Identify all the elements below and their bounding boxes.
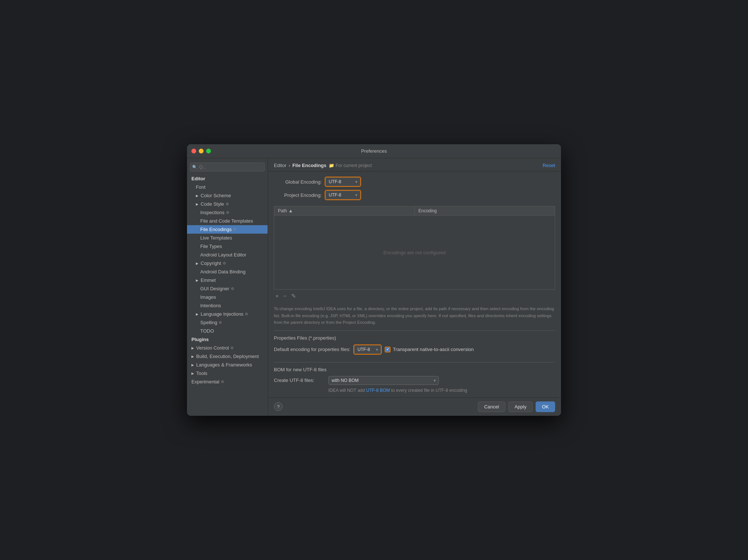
breadcrumb: Editor › File Encodings 📁 For current pr…: [274, 163, 372, 168]
default-encoding-label: Default encoding for properties files:: [274, 347, 350, 352]
search-box[interactable]: 🔍: [190, 163, 265, 171]
expand-icon: ▶: [196, 262, 198, 265]
sidebar: 🔍 Editor Font ▶ Color Scheme ▶ Code Styl…: [187, 158, 268, 415]
properties-section-title: Properties Files (*.properties): [274, 335, 555, 341]
sidebar-item-code-style[interactable]: ▶ Code Style ⚙: [187, 200, 268, 208]
sort-asc-icon: ▲: [289, 208, 293, 213]
help-text: To change encoding IntelliJ IDEA uses fo…: [268, 302, 561, 330]
expand-icon: ▶: [191, 346, 194, 350]
search-input[interactable]: [190, 163, 265, 171]
file-code-templates-label: File and Code Templates: [200, 218, 253, 224]
create-utf8-row: Create UTF-8 files: with NO BOM with BOM…: [274, 376, 555, 385]
expand-icon: ▶: [191, 355, 194, 358]
android-layout-label: Android Layout Editor: [200, 252, 246, 258]
languages-label: Languages & Frameworks: [196, 362, 252, 368]
file-encodings-label: File Encodings: [200, 227, 232, 232]
transparent-label: Transparent native-to-ascii conversion: [393, 347, 474, 352]
sidebar-item-tools[interactable]: ▶ Tools: [187, 369, 268, 378]
live-templates-label: Live Templates: [200, 235, 232, 241]
font-label: Font: [196, 184, 205, 190]
add-button[interactable]: +: [274, 292, 280, 300]
sidebar-item-images[interactable]: Images: [187, 293, 268, 301]
sidebar-item-intentions[interactable]: Intentions: [187, 301, 268, 310]
sidebar-item-languages[interactable]: ▶ Languages & Frameworks: [187, 361, 268, 369]
main-panel: Editor › File Encodings 📁 For current pr…: [268, 158, 561, 415]
expand-icon: ▶: [196, 194, 198, 198]
file-types-label: File Types: [200, 244, 222, 249]
sidebar-item-copyright[interactable]: ▶ Copyright ⚙: [187, 259, 268, 267]
footer: ? Cancel Apply OK: [268, 397, 561, 416]
sidebar-item-file-encodings[interactable]: File Encodings ⚙: [187, 225, 268, 234]
minimize-button[interactable]: [199, 149, 204, 153]
todo-label: TODO: [200, 328, 214, 334]
traffic-lights: [191, 149, 211, 153]
sidebar-item-emmet[interactable]: ▶ Emmet: [187, 276, 268, 284]
breadcrumb-parent: Editor: [274, 163, 286, 168]
version-control-label: Version Control: [196, 345, 229, 351]
window-title: Preferences: [361, 148, 387, 154]
gui-designer-label: GUI Designer: [200, 286, 229, 291]
ok-button[interactable]: OK: [536, 401, 555, 412]
preferences-window: Preferences 🔍 Editor Font ▶ Color Scheme…: [187, 144, 561, 415]
bom-section-title: BOM for new UTF-8 files: [274, 367, 555, 372]
transparent-checkbox-wrap[interactable]: ✓ Transparent native-to-ascii conversion: [385, 347, 474, 352]
project-encoding-select[interactable]: UTF-8 UTF-16 ISO-8859-1: [325, 191, 360, 199]
help-button[interactable]: ?: [274, 402, 283, 411]
copyright-label: Copyright: [201, 260, 221, 266]
tools-label: Tools: [196, 371, 207, 376]
sidebar-item-plugins[interactable]: Plugins: [187, 335, 268, 344]
sidebar-item-spelling[interactable]: Spelling ⚙: [187, 318, 268, 327]
encodings-table: Path ▲ Encoding Encodings are not config…: [274, 206, 555, 290]
sidebar-item-android-data-binding[interactable]: Android Data Binding: [187, 267, 268, 276]
settings-icon: ⚙: [230, 346, 234, 350]
check-icon: ✓: [386, 347, 389, 351]
cancel-button[interactable]: Cancel: [478, 401, 505, 412]
sidebar-item-android-layout[interactable]: Android Layout Editor: [187, 251, 268, 259]
sidebar-item-editor[interactable]: Editor: [187, 174, 268, 183]
folder-icon: 📁: [329, 163, 334, 168]
spelling-label: Spelling: [200, 320, 217, 325]
bom-section: BOM for new UTF-8 files Create UTF-8 fil…: [268, 367, 561, 397]
global-encoding-label: Global Encoding:: [274, 179, 322, 185]
create-utf8-select[interactable]: with NO BOM with BOM: [328, 376, 439, 385]
expand-icon: ▶: [196, 312, 198, 316]
sidebar-item-file-types[interactable]: File Types: [187, 242, 268, 251]
bom-note-suffix: to every created file in UTF-8 encoding: [390, 388, 467, 393]
sidebar-item-color-scheme[interactable]: ▶ Color Scheme: [187, 191, 268, 200]
edit-button[interactable]: ✎: [290, 292, 297, 300]
props-encoding-select[interactable]: UTF-8 UTF-16: [354, 345, 381, 354]
sidebar-item-version-control[interactable]: ▶ Version Control ⚙: [187, 344, 268, 352]
global-encoding-row: Global Encoding: UTF-8 UTF-16 ISO-8859-1…: [274, 177, 555, 187]
settings-icon: ⚙: [231, 287, 234, 291]
apply-button[interactable]: Apply: [508, 401, 533, 412]
sidebar-item-todo[interactable]: TODO: [187, 327, 268, 335]
table-empty-message: Encodings are not configured: [274, 216, 555, 289]
table-toolbar: + − ✎: [268, 290, 561, 302]
titlebar: Preferences: [187, 144, 561, 158]
sidebar-item-font[interactable]: Font: [187, 183, 268, 191]
utf8-bom-link[interactable]: UTF-8 BOM: [366, 388, 390, 393]
search-icon: 🔍: [192, 165, 197, 170]
build-exec-label: Build, Execution, Deployment: [196, 354, 259, 359]
sidebar-item-live-templates[interactable]: Live Templates: [187, 234, 268, 242]
inspections-label: Inspections: [200, 210, 225, 215]
table-header: Path ▲ Encoding: [274, 206, 555, 216]
expand-icon: ▶: [196, 202, 198, 206]
path-column-header[interactable]: Path ▲: [274, 206, 415, 215]
global-encoding-select[interactable]: UTF-8 UTF-16 ISO-8859-1: [325, 177, 360, 186]
sidebar-item-experimental[interactable]: Experimental ⚙: [187, 378, 268, 386]
editor-label: Editor: [191, 176, 205, 181]
sidebar-item-inspections[interactable]: Inspections ⚙: [187, 208, 268, 217]
sidebar-item-file-code-templates[interactable]: File and Code Templates: [187, 217, 268, 225]
encoding-column-header[interactable]: Encoding: [415, 206, 555, 215]
sidebar-item-build-exec[interactable]: ▶ Build, Execution, Deployment: [187, 352, 268, 361]
transparent-checkbox[interactable]: ✓: [385, 347, 391, 352]
sidebar-item-gui-designer[interactable]: GUI Designer ⚙: [187, 284, 268, 293]
reset-button[interactable]: Reset: [543, 163, 555, 168]
settings-icon: ⚙: [221, 380, 224, 384]
sidebar-item-language-injections[interactable]: ▶ Language Injections ⚙: [187, 310, 268, 318]
maximize-button[interactable]: [206, 149, 211, 153]
close-button[interactable]: [191, 149, 196, 153]
remove-button[interactable]: −: [282, 292, 288, 300]
main-header: Editor › File Encodings 📁 For current pr…: [268, 158, 561, 171]
